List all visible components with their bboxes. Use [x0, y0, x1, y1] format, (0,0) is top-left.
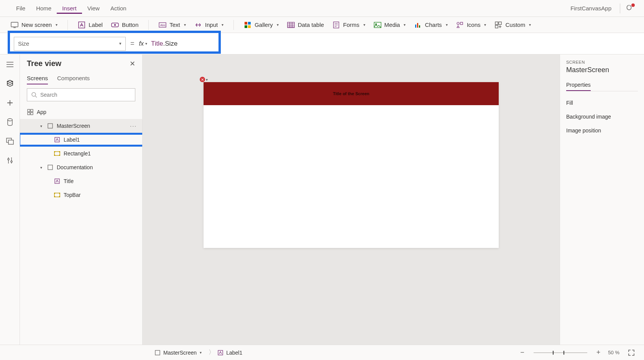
chevron-down-icon: ▾ — [206, 78, 208, 82]
menu-bar: File Home Insert View Action FirstCanvas… — [0, 0, 644, 17]
gallery-icon — [244, 21, 251, 29]
svg-point-3 — [114, 24, 115, 25]
tree-node-app[interactable]: App — [20, 105, 142, 119]
zoom-in-button[interactable]: + — [594, 348, 603, 357]
tree-node-documentation[interactable]: ▾ Documentation — [20, 160, 142, 174]
chevron-down-icon: ▾ — [363, 23, 365, 27]
new-screen-button[interactable]: New screen▾ — [11, 21, 58, 29]
insert-forms-button[interactable]: Forms▾ — [332, 21, 365, 29]
icons-icon — [456, 21, 464, 29]
app-checker-icon[interactable] — [625, 4, 633, 13]
breadcrumb-control[interactable]: Label1 — [218, 350, 242, 356]
svg-point-44 — [54, 197, 55, 198]
property-dropdown[interactable]: Size ▾ — [14, 37, 126, 51]
insert-custom-button[interactable]: Custom▾ — [495, 21, 531, 29]
svg-point-37 — [54, 155, 55, 156]
tab-properties[interactable]: Properties — [566, 79, 591, 91]
menu-view[interactable]: View — [82, 3, 105, 14]
tree-node-masterscreen[interactable]: ▾ MasterScreen ··· — [20, 119, 142, 133]
screen-icon — [155, 350, 160, 355]
tree-node-rectangle1[interactable]: Rectangle1 — [20, 147, 142, 160]
fit-to-window-icon[interactable] — [628, 349, 635, 356]
menu-file[interactable]: File — [11, 3, 31, 14]
tree-view-icon[interactable] — [5, 79, 15, 88]
selection-name: MasterScreen — [566, 66, 638, 74]
svg-rect-14 — [415, 25, 416, 28]
formula-bar: Size ▾ = fx ▾ Title.Size — [0, 33, 644, 54]
search-icon — [31, 92, 37, 98]
text-icon: Abc — [159, 21, 166, 29]
canvas-title-label[interactable]: Title of the Screen — [333, 91, 369, 96]
svg-rect-41 — [54, 193, 60, 197]
chevron-down-icon: ▾ — [529, 23, 531, 27]
insert-text-button[interactable]: Abc Text▾ — [159, 21, 186, 29]
canvas-area[interactable]: ↖ ✕ ▾ Title of the Screen — [143, 54, 560, 345]
insert-label-button[interactable]: Label — [78, 21, 103, 29]
left-rail — [0, 54, 20, 345]
menu-insert[interactable]: Insert — [57, 3, 82, 14]
app-icon — [27, 109, 34, 116]
insert-icons-button[interactable]: Icons▾ — [456, 21, 486, 29]
advanced-tools-icon[interactable] — [5, 156, 15, 165]
insert-data-table-button[interactable]: Data table — [287, 21, 324, 29]
svg-point-25 — [8, 159, 9, 160]
property-image-position[interactable]: Image position — [566, 124, 638, 137]
property-background-image[interactable]: Background image — [566, 110, 638, 124]
menu-action[interactable]: Action — [105, 3, 132, 14]
breadcrumb-screen[interactable]: MasterScreen ▾ — [155, 350, 202, 356]
fx-button[interactable]: fx ▾ — [139, 40, 147, 47]
chevron-down-icon: ▾ — [119, 41, 122, 46]
svg-rect-6 — [245, 22, 247, 25]
tab-components[interactable]: Components — [57, 73, 90, 84]
tree-node-title[interactable]: Title — [20, 174, 142, 188]
svg-rect-7 — [248, 22, 251, 25]
svg-rect-31 — [31, 112, 33, 115]
hamburger-icon[interactable] — [5, 60, 15, 69]
chevron-down-icon: ▾ — [184, 23, 186, 27]
insert-media-button[interactable]: Media▾ — [374, 21, 406, 29]
more-icon[interactable]: ··· — [130, 123, 137, 129]
insert-charts-button[interactable]: Charts▾ — [414, 21, 447, 29]
search-input[interactable] — [27, 88, 135, 101]
chevron-down-icon: ▾ — [56, 23, 58, 27]
tree-node-label1[interactable]: Label1 — [20, 133, 142, 147]
svg-point-42 — [54, 193, 55, 194]
insert-input-button[interactable]: Input▾ — [194, 21, 223, 29]
formula-input[interactable]: Title.Size — [151, 40, 177, 48]
svg-point-26 — [11, 161, 12, 162]
tab-screens[interactable]: Screens — [27, 73, 48, 84]
chevron-down-icon: ▾ — [222, 23, 223, 27]
label-icon — [78, 21, 85, 29]
svg-rect-1 — [79, 22, 85, 28]
svg-rect-34 — [54, 152, 60, 155]
chevron-down-icon: ▾ — [200, 350, 202, 355]
media-pane-icon[interactable] — [5, 137, 15, 146]
property-fill[interactable]: Fill — [566, 96, 638, 110]
svg-rect-8 — [245, 25, 247, 28]
svg-point-13 — [375, 23, 376, 25]
svg-rect-28 — [28, 109, 30, 112]
tree-node-topbar[interactable]: TopBar — [20, 188, 142, 202]
svg-point-36 — [59, 151, 61, 152]
selection-type-label: SCREEN — [566, 60, 638, 64]
canvas-screen[interactable]: ✕ ▾ Title of the Screen — [204, 82, 499, 248]
svg-rect-21 — [495, 25, 498, 28]
zoom-slider[interactable] — [534, 352, 587, 353]
zoom-percent: 50 % — [608, 350, 619, 355]
main-area: Tree view ✕ Screens Components App ▾ Mas… — [0, 54, 644, 345]
close-icon[interactable]: ✕ — [130, 59, 135, 68]
insert-gallery-button[interactable]: Gallery▾ — [244, 21, 279, 29]
menu-home[interactable]: Home — [31, 3, 57, 14]
tree-view-title: Tree view — [27, 59, 61, 68]
svg-point-43 — [59, 193, 61, 194]
svg-rect-29 — [31, 109, 33, 112]
canvas-topbar[interactable]: Title of the Screen — [204, 82, 499, 105]
error-indicator[interactable]: ✕ ▾ — [200, 77, 208, 82]
status-bar: MasterScreen ▾ 〉 Label1 − + 50 % — [0, 345, 644, 360]
data-icon[interactable] — [5, 117, 15, 127]
zoom-out-button[interactable]: − — [518, 348, 527, 357]
insert-button-button[interactable]: Button — [111, 21, 138, 29]
svg-rect-18 — [460, 22, 463, 25]
insert-pane-icon[interactable] — [5, 98, 15, 107]
forms-icon — [332, 21, 340, 29]
